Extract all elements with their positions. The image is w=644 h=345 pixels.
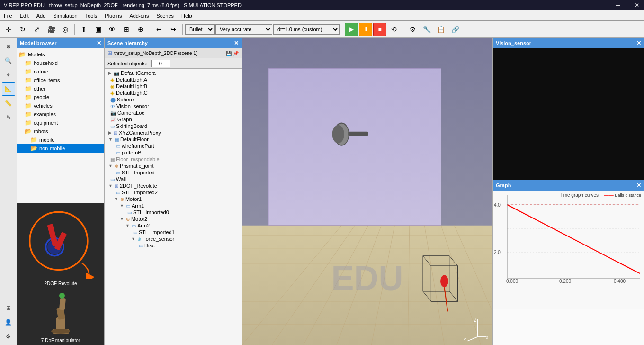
- sim-reset-button[interactable]: ⟲: [387, 23, 401, 36]
- menu-file[interactable]: File: [0, 10, 16, 20]
- tree-other[interactable]: 📁 other: [23, 84, 104, 93]
- sidebar-btn-6[interactable]: ✎: [2, 111, 15, 124]
- light-icon: ◉: [110, 77, 115, 82]
- robots-label: robots: [34, 128, 48, 134]
- scene-item-skirtingboard[interactable]: ▭ SkirtingBoard: [105, 123, 242, 129]
- scene-hierarchy-close[interactable]: ✕: [234, 40, 239, 46]
- scene-item-arm1[interactable]: ▼ ▭ Arm1: [105, 202, 242, 209]
- scene-item-defaultfloor[interactable]: ▼ ▦ DefaultFloor: [105, 136, 242, 143]
- sidebar-btn-bottom-2[interactable]: 👤: [2, 316, 15, 329]
- sidebar-btn-1[interactable]: ⊕: [2, 40, 15, 53]
- scene-item-xyzcameraproxy[interactable]: ▶ ⊞ XYZCameraProxy: [105, 129, 242, 136]
- graph-close[interactable]: ✕: [636, 182, 641, 189]
- tree-examples[interactable]: 📁 examples: [23, 110, 104, 118]
- toolbar-rotate-btn[interactable]: ↻: [16, 23, 29, 36]
- menu-plugins[interactable]: Plugins: [101, 10, 125, 20]
- scene-item-defaultlightc[interactable]: ◉ DefaultLightC: [105, 90, 242, 96]
- graph-curve-label: Time graph curves: —— Balls distance: [560, 192, 641, 198]
- toolbar-settings4-btn[interactable]: 🔗: [448, 23, 462, 36]
- scene-item-defaultlightb[interactable]: ◉ DefaultLightB: [105, 83, 242, 90]
- minimize-button[interactable]: ─: [615, 2, 621, 9]
- tree-equipment[interactable]: 📁 equipment: [23, 118, 104, 127]
- graph-panel-header: Graph ✕: [493, 180, 644, 191]
- household-label: household: [34, 60, 58, 66]
- sidebar-btn-bottom-3[interactable]: ⚙: [2, 330, 15, 343]
- maximize-button[interactable]: □: [624, 2, 631, 9]
- scene-item-arm2[interactable]: ▼ ▭ Arm2: [105, 222, 242, 229]
- tree-nature[interactable]: 📁 nature: [23, 67, 104, 76]
- tree-robots[interactable]: 📂 robots: [23, 127, 104, 136]
- scene-item-2dofrevolute[interactable]: ▼ ⊞ 2DOF_Revolute: [105, 182, 242, 189]
- toolbar-scene-btn[interactable]: ⊞: [120, 23, 133, 36]
- tree-models[interactable]: 📂 Models: [17, 50, 104, 59]
- vision-sensor-close[interactable]: ✕: [636, 40, 641, 46]
- toolbar-layers-btn[interactable]: ⊕: [134, 23, 147, 36]
- scene-item-prismaticjoint[interactable]: ▼ ⊕ Prismatic_joint: [105, 163, 242, 169]
- menu-addons[interactable]: Add-ons: [125, 10, 152, 20]
- sidebar-btn-3[interactable]: ⌖: [2, 68, 15, 82]
- scene-item-disc[interactable]: ▭ Disc: [105, 242, 242, 249]
- scene-hierarchy-panel: Scene hierarchy ✕ ⊞ throw_setup_NoDepth_…: [105, 38, 242, 345]
- scene-item-floorresp[interactable]: ▦ Floor_respondable: [105, 156, 242, 163]
- sim-pause-button[interactable]: ⏸: [359, 23, 372, 36]
- toolbar-settings2-btn[interactable]: 🔧: [420, 23, 433, 36]
- toolbar-target-btn[interactable]: ◎: [59, 23, 72, 36]
- scene-item-defaultlighta[interactable]: ◉ DefaultLightA: [105, 76, 242, 83]
- menu-help[interactable]: Help: [178, 10, 196, 20]
- toolbar-view-btn[interactable]: 👁: [106, 23, 119, 36]
- scene-item-stlimported2[interactable]: ▭ STL_Imported2: [105, 189, 242, 196]
- toolbar-cursor-btn[interactable]: ⬆: [77, 23, 90, 36]
- scene-item-wall[interactable]: ▭ Wall: [105, 176, 242, 182]
- scene-save-btn[interactable]: 💾: [226, 51, 232, 56]
- vision-sensor-content[interactable]: [493, 48, 644, 180]
- viewport-3d[interactable]: Z X Y EDU: [242, 38, 492, 345]
- menu-simulation[interactable]: Simulation: [49, 10, 81, 20]
- menu-add[interactable]: Add: [33, 10, 50, 20]
- scene-item-motor2[interactable]: ▼ ⊕ Motor2: [105, 216, 242, 222]
- scene-item-stlimported0[interactable]: ▭ STL_Imported0: [105, 209, 242, 216]
- sep2: [150, 24, 150, 35]
- sidebar-btn-4[interactable]: 📐: [2, 82, 15, 96]
- toolbar-settings3-btn[interactable]: 📋: [434, 23, 447, 36]
- sidebar-btn-bottom-1[interactable]: ⊞: [2, 301, 15, 315]
- tree-nonmobile[interactable]: 📂 non-mobile: [17, 144, 104, 153]
- tree-mobile[interactable]: 📁 mobile: [17, 136, 104, 144]
- close-button[interactable]: ✕: [634, 2, 640, 9]
- sim-accuracy-select[interactable]: Very accurate Accurate Fast: [215, 24, 272, 35]
- tree-people[interactable]: 📁 people: [23, 93, 104, 101]
- toolbar-undo-btn[interactable]: ↩: [152, 23, 166, 36]
- tree-office[interactable]: 📁 office items: [23, 76, 104, 84]
- scene-item-wireframepart[interactable]: ▭ wireframePart: [105, 143, 242, 149]
- scene-item-visionsensor[interactable]: 👁 Vision_sensor: [105, 103, 242, 109]
- scene-item-forcesensor[interactable]: ▼ ⊕ Force_sensor: [105, 236, 242, 242]
- menu-edit[interactable]: Edit: [16, 10, 33, 20]
- scene-item-motor1[interactable]: ▼ ⊕ Motor1: [105, 196, 242, 202]
- scene-item-defaultcamera[interactable]: ▶ 📷 DefaultCamera: [105, 70, 242, 76]
- toolbar-redo-btn[interactable]: ↪: [167, 23, 180, 36]
- scene-pin-btn[interactable]: 📌: [233, 51, 239, 56]
- tree-vehicles[interactable]: 📁 vehicles: [23, 101, 104, 110]
- menu-scenes[interactable]: Scenes: [152, 10, 178, 20]
- toolbar-move-btn[interactable]: ✛: [2, 23, 15, 36]
- graph-content[interactable]: Time graph curves: —— Balls distance 4.0…: [493, 191, 644, 345]
- scene-item-cameraloc[interactable]: 📷 CameraLoc: [105, 109, 242, 116]
- model-browser-close[interactable]: ✕: [97, 40, 101, 46]
- sidebar-btn-5[interactable]: 📏: [2, 97, 15, 110]
- sim-stop-button[interactable]: ■: [373, 23, 386, 36]
- scene-item-patternb[interactable]: ▭ patternB: [105, 149, 242, 156]
- svg-marker-14: [268, 68, 441, 225]
- sim-timestep-select[interactable]: dt=1.0 ms (custom) dt=5.0 ms dt=10.0 ms: [273, 24, 340, 35]
- sidebar-btn-2[interactable]: 🔍: [2, 54, 15, 67]
- toolbar-scale-btn[interactable]: ⤢: [30, 23, 44, 36]
- toolbar-settings1-btn[interactable]: ⚙: [406, 23, 419, 36]
- scene-item-graph[interactable]: 📈 Graph: [105, 116, 242, 123]
- tree-household[interactable]: 📁 household: [23, 59, 104, 67]
- toolbar-box-select-btn[interactable]: ▣: [91, 23, 105, 36]
- toolbar-camera-btn[interactable]: 🎥: [45, 23, 58, 36]
- sim-engine-select[interactable]: Bullet ODE Vortex: [185, 24, 215, 35]
- sim-play-button[interactable]: ▶: [345, 23, 358, 36]
- scene-item-sphere[interactable]: ⬤ Sphere: [105, 96, 242, 103]
- scene-item-stlimported1[interactable]: ▭ STL_Imported1: [105, 229, 242, 236]
- menu-tools[interactable]: Tools: [81, 10, 101, 20]
- scene-item-stlimported[interactable]: ▭ STL_Imported: [105, 169, 242, 176]
